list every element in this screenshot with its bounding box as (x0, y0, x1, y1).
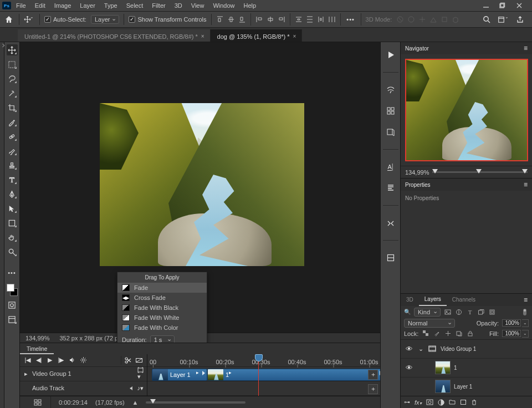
transition-fade[interactable]: Fade (117, 283, 207, 293)
color-swatches[interactable] (7, 284, 18, 296)
window-close-button[interactable] (514, 2, 524, 9)
layer-filter-kind[interactable]: Kind (414, 308, 441, 317)
visibility-toggle[interactable]: 👁 (401, 345, 417, 353)
move-tool-icon[interactable]: ⌄ (24, 14, 35, 25)
audio-track-header[interactable]: Audio Track ♪▾ (20, 381, 147, 396)
new-layer-icon[interactable] (460, 399, 467, 405)
search-icon[interactable] (481, 14, 492, 25)
brush-tool[interactable] (7, 145, 18, 156)
navigator-zoom-slider[interactable] (432, 171, 528, 173)
move-tool[interactable] (7, 44, 18, 55)
distribute-group-1[interactable] (295, 16, 336, 23)
styles-panel-icon[interactable] (384, 126, 397, 138)
panel-menu-icon[interactable]: ≡ (524, 181, 528, 188)
auto-select-checkbox[interactable]: Auto-Select: (44, 16, 86, 23)
document-tab-1[interactable]: Untitled-1 @ 214% (PHOTOSHOP CS6 EXTENDE… (18, 29, 211, 42)
lock-pos-icon[interactable] (444, 330, 452, 338)
clip-layer1[interactable]: Layer 1 ▸ (152, 369, 207, 381)
transition-button[interactable] (135, 356, 144, 365)
layer-thumbnail[interactable] (435, 361, 451, 374)
close-icon[interactable]: × (201, 33, 204, 39)
filter-adjust-icon[interactable] (455, 308, 463, 316)
opacity-field[interactable]: ⌄ (502, 319, 529, 327)
timeline-ruler[interactable]: 00 00:10s 00:20s 00:30s 00:40s 00:50s 01… (147, 354, 380, 367)
filter-smart-icon[interactable] (488, 308, 496, 316)
document-canvas[interactable] (100, 103, 304, 266)
transition-fade-color[interactable]: Fade With Color (117, 323, 207, 333)
swatches-panel-icon[interactable] (384, 105, 397, 117)
first-frame-button[interactable]: |◀ (23, 356, 32, 365)
screen-mode-button[interactable] (7, 314, 18, 325)
hand-tool[interactable] (7, 232, 18, 243)
layer-row-layer1[interactable]: Layer 1 (401, 378, 532, 396)
blend-mode-select[interactable]: Normal (404, 319, 455, 328)
menu-filter[interactable]: Filter (148, 1, 169, 10)
filter-shape-icon[interactable] (477, 308, 485, 316)
timeline-tab[interactable]: Timeline (20, 345, 54, 354)
layer-row-1[interactable]: 👁 1 (401, 359, 532, 378)
transition-fade-white[interactable]: Fade With White (117, 313, 207, 323)
transition-fade-black[interactable]: Fade With Black (117, 303, 207, 313)
mask-icon[interactable] (426, 399, 433, 405)
menu-image[interactable]: Image (50, 1, 75, 10)
fx-icon[interactable]: fx▾ (415, 399, 422, 406)
window-minimize-button[interactable] (481, 2, 491, 9)
healing-tool[interactable] (7, 131, 18, 142)
home-button[interactable] (3, 14, 14, 25)
show-transform-checkbox[interactable]: Show Transform Controls (129, 16, 206, 23)
menu-help[interactable]: Help (240, 1, 260, 10)
character-panel-icon[interactable]: A| (384, 161, 397, 173)
window-restore-button[interactable] (498, 2, 508, 9)
panel-tab-3d[interactable]: 3D (401, 294, 419, 306)
shape-tool[interactable] (7, 217, 18, 228)
marquee-tool[interactable] (7, 59, 18, 70)
document-tab-2[interactable]: dog @ 135% (1, RGB/8*) *× (211, 29, 303, 42)
type-tool[interactable] (7, 174, 18, 185)
play-preview-button[interactable] (384, 49, 397, 61)
path-select-tool[interactable] (7, 203, 18, 214)
add-audio-clip-button[interactable]: ＋ (368, 384, 378, 394)
audio-menu-icon[interactable]: ♪▾ (137, 385, 144, 392)
delete-layer-icon[interactable] (471, 399, 477, 406)
group-layers-icon[interactable] (449, 399, 456, 405)
more-options-button[interactable]: ••• (345, 14, 356, 25)
stamp-tool[interactable] (7, 160, 18, 171)
menu-type[interactable]: Type (100, 1, 121, 10)
auto-select-dropdown[interactable]: Layer (91, 15, 120, 24)
tools-preset-panel-icon[interactable] (384, 217, 397, 229)
menu-window[interactable]: Window (209, 1, 238, 10)
filter-type-icon[interactable]: T (466, 308, 474, 316)
share-icon[interactable] (514, 14, 525, 25)
track-menu-icon[interactable]: ▾ (137, 367, 144, 380)
video-group-track-header[interactable]: ▸ Video Group 1 ▾ (20, 367, 147, 381)
zoom-readout[interactable]: 134,99% (25, 335, 49, 341)
prev-frame-button[interactable]: ◀| (34, 356, 43, 365)
playhead[interactable] (258, 354, 259, 396)
filter-pixel-icon[interactable] (444, 308, 452, 316)
eyedropper-tool[interactable] (7, 116, 18, 128)
timeline-zoom-slider[interactable] (146, 401, 245, 404)
menu-file[interactable]: File (12, 1, 30, 10)
audio-mute-icon[interactable] (129, 385, 135, 391)
screen-mode-icon[interactable]: ⌄ (498, 14, 509, 25)
navigator-tab[interactable]: Navigator (405, 45, 429, 52)
visibility-toggle[interactable]: 👁 (401, 364, 417, 372)
panel-tab-layers[interactable]: Layers (419, 294, 447, 306)
paragraph-panel-icon[interactable] (384, 182, 397, 194)
brush-panel-icon[interactable] (384, 84, 397, 96)
close-icon[interactable]: × (293, 33, 296, 39)
zoom-tool[interactable] (7, 246, 18, 257)
quick-mask-button[interactable] (7, 299, 18, 310)
lock-paint-icon[interactable] (433, 330, 441, 338)
edit-toolbar-button[interactable]: ••• (7, 267, 18, 278)
wand-tool[interactable] (7, 88, 18, 99)
play-button[interactable]: ▶ (45, 356, 54, 365)
split-button[interactable] (124, 356, 132, 365)
navigator-thumbnail[interactable] (405, 59, 528, 161)
lock-all-icon[interactable] (466, 330, 474, 338)
clip-1[interactable]: 1 ▸ (207, 369, 380, 381)
next-frame-button[interactable]: |▶ (57, 356, 65, 365)
menu-select[interactable]: Select (122, 1, 147, 10)
video-group-lane[interactable]: Layer 1 ▸ 1 ▸ ＋ (147, 367, 380, 381)
collapsed-dock-left[interactable] (0, 42, 4, 408)
